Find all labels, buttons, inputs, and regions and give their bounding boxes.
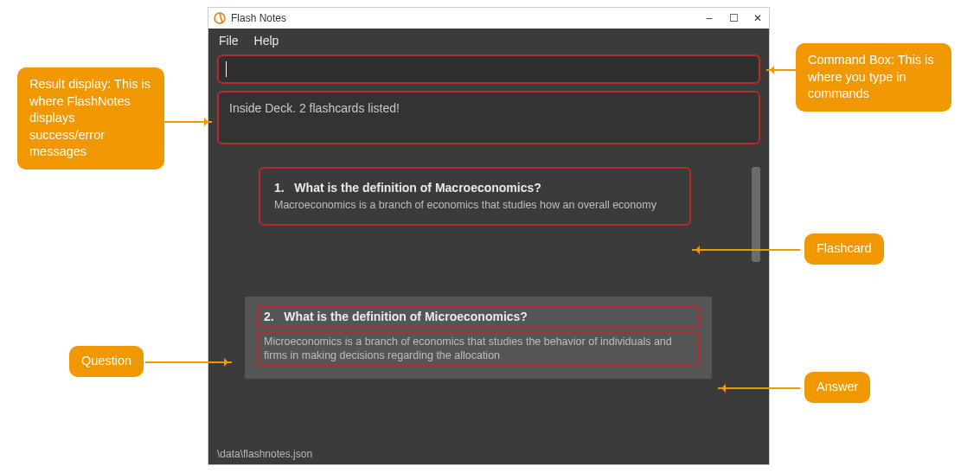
flashcard-item[interactable]: 2. What is the definition of Microeconom… (245, 297, 712, 379)
flashcard-question: 2. What is the definition of Microeconom… (257, 305, 700, 328)
flashcard-question: 1. What is the definition of Macroeconom… (274, 181, 676, 195)
arrow-icon (164, 121, 212, 123)
callout-command-box: Command Box: This is where you type in c… (796, 43, 951, 112)
menu-help[interactable]: Help (254, 34, 279, 48)
flashcard-item[interactable]: 1. What is the definition of Macroeconom… (259, 167, 691, 226)
close-button[interactable]: ✕ (752, 12, 764, 24)
result-display: Inside Deck. 2 flashcards listed! (217, 91, 760, 144)
callout-text: Flashcard (817, 241, 872, 255)
callout-answer: Answer (804, 372, 870, 403)
arrow-icon (766, 69, 797, 71)
arrow-icon (692, 249, 800, 251)
flashcard-answer: Microeconomics is a branch of economics … (257, 331, 700, 367)
callout-text: Answer (817, 380, 858, 393)
deck-area: 1. What is the definition of Macroeconom… (219, 167, 759, 438)
callout-text: Question (81, 354, 131, 368)
callout-text: Command Box: This is where you type in c… (808, 53, 934, 100)
scrollbar-thumb[interactable] (752, 167, 760, 262)
app-title: Flash Notes (231, 12, 703, 24)
flashcard-question-text: What is the definition of Microeconomics… (284, 310, 528, 323)
titlebar: Flash Notes – ☐ ✕ (208, 8, 769, 29)
result-text: Inside Deck. 2 flashcards listed! (229, 101, 400, 115)
app-icon (214, 12, 226, 24)
menubar: File Help (208, 29, 769, 54)
callout-text: Result display: This is where FlashNotes… (29, 77, 151, 158)
arrow-icon (718, 387, 800, 389)
flashcard-index: 1. (274, 181, 285, 195)
flashcard-question-text: What is the definition of Macroeconomics… (294, 181, 541, 195)
menu-file[interactable]: File (219, 34, 239, 48)
statusbar: \data\flashnotes.json (208, 444, 769, 464)
callout-flashcard: Flashcard (804, 233, 884, 265)
callout-result-display: Result display: This is where FlashNotes… (17, 67, 164, 169)
maximize-button[interactable]: ☐ (727, 12, 740, 24)
callout-question: Question (69, 346, 144, 377)
command-input[interactable] (227, 62, 752, 76)
status-path: \data\flashnotes.json (217, 448, 312, 460)
flashcard-index: 2. (264, 310, 274, 323)
app-window: Flash Notes – ☐ ✕ File Help Inside Deck.… (208, 7, 770, 465)
command-box[interactable] (217, 54, 760, 84)
minimize-button[interactable]: – (703, 12, 715, 24)
flashcard-answer: Macroeconomics is a branch of economics … (274, 198, 676, 212)
arrow-icon (145, 361, 232, 363)
app-body: File Help Inside Deck. 2 flashcards list… (208, 29, 769, 464)
